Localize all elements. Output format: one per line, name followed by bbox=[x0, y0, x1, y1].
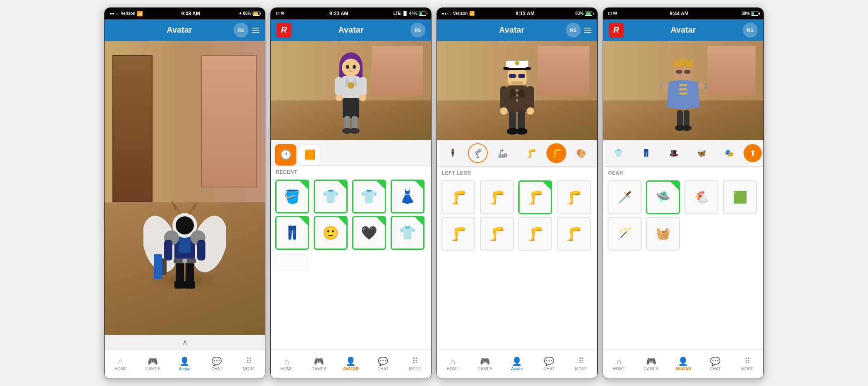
svg-point-37 bbox=[515, 61, 519, 65]
inventory-panel-4: 👕 👖 🎩 🦋 🎭 ⬆ GEAR 🗡️ 🛸 🐔 🟩 🪄 🧺 bbox=[603, 140, 763, 350]
gear-item-4[interactable]: 🟩 bbox=[723, 180, 757, 214]
cat-right-leg[interactable]: 🦵 bbox=[546, 143, 566, 163]
item-cell-3[interactable]: 👕 bbox=[352, 180, 386, 213]
more-label: MORE bbox=[243, 367, 255, 371]
item-cell-1[interactable]: 🪣 bbox=[275, 180, 309, 213]
nav-more-3[interactable]: ⠿ MORE bbox=[565, 350, 597, 379]
battery-pct-3: 83% bbox=[575, 11, 584, 16]
nav-more-2[interactable]: ⠿ MORE bbox=[399, 350, 431, 379]
leg-item-1[interactable]: 🦵 bbox=[441, 180, 475, 214]
nav-avatar-3[interactable]: 👤 Avatar bbox=[501, 350, 533, 379]
gear-item-empty-2 bbox=[723, 217, 757, 251]
drawer-chevron: ∧ bbox=[182, 338, 188, 347]
cat-hat[interactable]: 🎩 bbox=[660, 143, 687, 163]
leg-item-8[interactable]: 🦵 bbox=[557, 217, 591, 251]
cat-wings[interactable]: 🦋 bbox=[688, 143, 715, 163]
more-icon-2: ⠿ bbox=[412, 357, 418, 365]
leg-item-3[interactable]: 🦵 bbox=[518, 180, 552, 214]
items-tab[interactable]: 🟧 bbox=[299, 144, 320, 166]
nav-games-2[interactable]: 🎮 GAMES bbox=[303, 350, 335, 379]
nav-chat-3[interactable]: 💬 CHAT bbox=[533, 350, 565, 379]
svg-point-64 bbox=[661, 82, 669, 90]
leg-item-5[interactable]: 🦵 bbox=[441, 217, 475, 251]
item-icon-2: 👕 bbox=[322, 189, 339, 204]
rs-button-2[interactable]: RS bbox=[410, 23, 425, 38]
item-cell-5[interactable]: 👖 bbox=[275, 216, 309, 250]
carrier-text: ●●○○ Verizon bbox=[110, 11, 136, 16]
nav-more-1[interactable]: ⠿ MORE bbox=[233, 350, 265, 379]
lte-label: LTE bbox=[393, 11, 401, 16]
nav-chat-2[interactable]: 💬 CHAT bbox=[367, 350, 399, 379]
rs-button-1[interactable]: RS bbox=[234, 23, 248, 38]
leg-item-4[interactable]: 🦵 bbox=[557, 180, 591, 214]
page-title-1: Avatar bbox=[125, 25, 234, 35]
item-cell-4[interactable]: 👗 bbox=[391, 180, 424, 213]
cat-pants[interactable]: 👖 bbox=[632, 143, 659, 163]
item-cell-8[interactable]: 👕 bbox=[391, 216, 424, 250]
gear-item-6[interactable]: 🧺 bbox=[646, 217, 680, 251]
battery-fill-3 bbox=[586, 12, 591, 15]
svg-rect-60 bbox=[679, 88, 687, 90]
nav-avatar-1[interactable]: 👤 Avatar bbox=[169, 350, 201, 379]
nav-home-3[interactable]: ⌂ HOME bbox=[437, 350, 469, 379]
roblox-logo-4: R bbox=[609, 23, 624, 38]
leg-item-6[interactable]: 🦵 bbox=[480, 217, 514, 251]
cat-color[interactable]: 🎨 bbox=[568, 143, 595, 163]
nav-home-2[interactable]: ⌂ HOME bbox=[271, 350, 303, 379]
cat-left-leg[interactable]: 🦵 bbox=[518, 143, 545, 163]
battery-percent: 86% bbox=[243, 11, 251, 16]
items-grid-recent: 🪣 👕 👕 👗 👖 bbox=[271, 177, 431, 253]
chat-label: CHAT bbox=[211, 367, 222, 371]
gear-item-1[interactable]: 🗡️ bbox=[608, 180, 641, 214]
cat-tabs-3: 🕴 🦿 🦾 🦵 🦵 🎨 bbox=[437, 140, 597, 167]
hamburger-icon-3 bbox=[584, 28, 591, 33]
pink-panel-3 bbox=[538, 46, 589, 95]
nav-home-4[interactable]: ⌂ HOME bbox=[603, 350, 635, 379]
rs-button-4[interactable]: RS bbox=[743, 23, 758, 38]
hamburger-button-3[interactable] bbox=[584, 28, 591, 33]
roblox-logo-2: R bbox=[277, 23, 291, 38]
item-cell-more[interactable] bbox=[274, 254, 308, 271]
nav-games-4[interactable]: 🎮 GAMES bbox=[635, 350, 668, 379]
cat-left-arm[interactable]: 🦿 bbox=[468, 143, 488, 163]
hamburger-icon bbox=[252, 28, 259, 33]
app-header-2: R Avatar RS bbox=[271, 19, 431, 41]
cat-right-arm[interactable]: 🦾 bbox=[489, 143, 516, 163]
games-label: GAMES bbox=[145, 367, 160, 371]
nav-chat-1[interactable]: 💬 CHAT bbox=[201, 350, 233, 379]
chat-icon: 💬 bbox=[212, 357, 222, 365]
nav-avatar-4[interactable]: 👤 AVATAR bbox=[667, 350, 699, 379]
item-cell-2[interactable]: 👕 bbox=[314, 180, 348, 213]
svg-rect-8 bbox=[197, 240, 205, 260]
gear-item-5[interactable]: 🪄 bbox=[608, 217, 641, 251]
nav-more-4[interactable]: ⠿ MORE bbox=[731, 350, 763, 379]
avatar-label-2: AVATAR bbox=[343, 367, 359, 371]
cat-body[interactable]: 🕴 bbox=[439, 143, 466, 163]
signal-icon: ▐▌ bbox=[402, 11, 408, 16]
item-cell-6[interactable]: 🙂 bbox=[314, 216, 348, 250]
rs-button-3[interactable]: RS bbox=[566, 23, 581, 38]
gear-item-3[interactable]: 🐔 bbox=[684, 180, 718, 214]
nav-home-1[interactable]: ⌂ HOME bbox=[105, 350, 137, 379]
nav-avatar-2[interactable]: 👤 AVATAR bbox=[335, 350, 367, 379]
status-right-2: LTE ▐▌ 44% bbox=[393, 11, 426, 16]
cat-face[interactable]: 🎭 bbox=[716, 143, 743, 163]
item-cell-7[interactable]: 🖤 bbox=[352, 216, 386, 250]
phone-2: ◻ ✉ 9:23 AM LTE ▐▌ 44% R Avatar RS bbox=[270, 7, 432, 379]
cat-gear-active[interactable]: ⬆ bbox=[744, 144, 762, 162]
leg-item-2[interactable]: 🦵 bbox=[480, 180, 514, 214]
gear-item-2[interactable]: 🛸 bbox=[646, 180, 680, 214]
nav-games-3[interactable]: 🎮 GAMES bbox=[469, 350, 501, 379]
nav-chat-4[interactable]: 💬 CHAT bbox=[699, 350, 732, 379]
app-container: ●●○○ Verizon 📶 9:08 AM ✦ 86% Avatar RS bbox=[0, 0, 868, 386]
hamburger-button-1[interactable] bbox=[252, 28, 259, 33]
drawer-handle-1[interactable]: ∧ bbox=[105, 335, 265, 350]
cat-shirt[interactable]: 👕 bbox=[605, 143, 632, 163]
leg-item-7[interactable]: 🦵 bbox=[518, 217, 552, 251]
battery-percent-2: 44% bbox=[409, 11, 417, 16]
section-label-legs: LEFT LEGS bbox=[437, 167, 597, 178]
recent-tab[interactable]: 🕐 bbox=[275, 144, 296, 166]
items-grid-more bbox=[271, 253, 431, 272]
nav-games-1[interactable]: 🎮 GAMES bbox=[137, 350, 169, 379]
time-4: 9:44 AM bbox=[670, 11, 689, 17]
